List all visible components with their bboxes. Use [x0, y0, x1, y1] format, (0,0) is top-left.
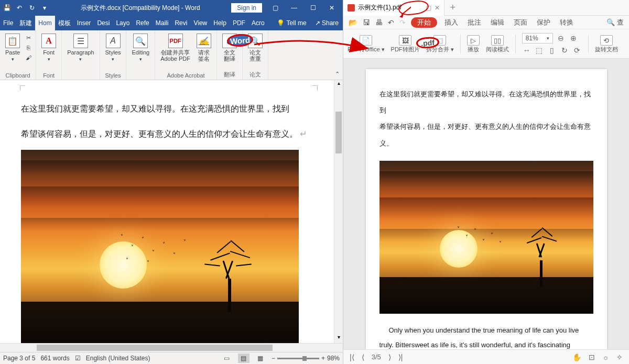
open-folder-icon[interactable]: 📂	[349, 18, 357, 27]
start-tab[interactable]: 开始	[411, 17, 437, 28]
zoom-select[interactable]: 81%▾	[522, 33, 553, 43]
annotate-tab[interactable]: 批注	[465, 18, 483, 27]
settings-icon[interactable]: ✧	[614, 353, 625, 361]
page-indicator[interactable]: Page 3 of 5	[3, 355, 35, 362]
collapse-ribbon-icon[interactable]: ⌃	[335, 71, 340, 78]
paragraph-icon: ☰	[73, 34, 88, 48]
tab-references[interactable]: Refe	[133, 16, 152, 30]
undo-icon[interactable]: ↶	[388, 18, 394, 27]
paragraph-button[interactable]: ☰ Paragraph ▾	[65, 32, 96, 63]
tab-restore-icon[interactable]: ▢	[426, 4, 431, 12]
pdf-document-area[interactable]: 在这里我们就更需要希望，却又难以寻得。在这充满恐惧的世界里，找到 希望谈何容易，…	[343, 59, 629, 349]
tab-layout[interactable]: Layo	[113, 16, 133, 30]
brightness-icon[interactable]: ☼	[600, 353, 611, 361]
paste-button[interactable]: 📋 Paste ▾	[3, 32, 22, 63]
scroll-down-icon[interactable]: ▾	[334, 334, 343, 343]
tab-new[interactable]: 新建	[16, 16, 35, 30]
pdf-file-tab[interactable]: 示例文件(1).pdf ▢ ✕	[343, 0, 444, 16]
insert-tab[interactable]: 插入	[442, 18, 460, 27]
rotate-doc-button[interactable]: ⟲ 旋转文档	[595, 35, 618, 52]
save-icon[interactable]: 💾	[2, 3, 12, 13]
copy-icon[interactable]: ⎘	[24, 43, 32, 52]
edit-tab[interactable]: 编辑	[489, 18, 506, 27]
zoom-out-icon[interactable]: ⊖	[556, 34, 566, 43]
minimize-icon[interactable]: —	[285, 1, 303, 15]
fit-icon[interactable]: ⊡	[587, 353, 597, 361]
close-icon[interactable]: ✕	[323, 1, 341, 15]
tab-design[interactable]: Desi	[94, 16, 113, 30]
pdf-to-office-button[interactable]: 📄 PDF转Office ▾	[348, 35, 385, 52]
tab-template[interactable]: 模板	[55, 16, 74, 30]
prev-page-icon[interactable]: ⟨	[360, 353, 366, 361]
hscroll-thumb[interactable]	[37, 345, 273, 351]
tab-mailings[interactable]: Maili	[153, 16, 172, 30]
fit-page-icon[interactable]: ⬚	[535, 46, 544, 55]
next-page-icon[interactable]: ⟩	[386, 353, 393, 361]
request-signature-button[interactable]: ✍ 请求 签名	[194, 32, 213, 63]
hand-tool-icon[interactable]: ✋	[570, 353, 583, 361]
web-layout-icon[interactable]: ▦	[255, 354, 266, 363]
read-mode-icon[interactable]: ▭	[221, 354, 233, 363]
spellcheck-icon[interactable]: ☑	[75, 355, 81, 362]
loop-icon[interactable]: ⟳	[572, 46, 582, 55]
create-share-pdf-button[interactable]: PDF 创建并共享 Adobe PDF	[158, 32, 192, 63]
signature-icon: ✍	[197, 34, 211, 48]
cut-icon[interactable]: ✂	[24, 34, 32, 42]
pdf-to-image-button[interactable]: 🖼 PDF转图片	[391, 35, 420, 52]
sunset-image: ˅˅˅˅˅˅	[379, 161, 593, 314]
reading-mode-button[interactable]: ▯▯ 阅读模式	[486, 35, 509, 52]
word-document-area: 在这里我们就更需要希望，却又难以寻得。在这充满恐惧的世界里，找到 希望谈何容易，…	[0, 80, 343, 343]
tab-acrobat[interactable]: Acro	[248, 16, 268, 30]
tab-insert[interactable]: Inser	[74, 16, 94, 30]
zoom-in-icon[interactable]: ⊕	[569, 34, 578, 43]
undo-icon[interactable]: ↶	[15, 3, 24, 13]
convert-tab[interactable]: 转换	[558, 18, 576, 27]
document-page[interactable]: 在这里我们就更需要希望，却又难以寻得。在这充满恐惧的世界里，找到 希望谈何容易，…	[10, 83, 332, 343]
last-page-icon[interactable]: ⟩|	[396, 353, 405, 361]
fit-width-icon[interactable]: ↔	[522, 46, 532, 55]
tab-close-icon[interactable]: ✕	[435, 4, 440, 12]
format-painter-icon[interactable]: 🖌	[24, 53, 32, 62]
ribbon-display-icon[interactable]: ▢	[266, 1, 284, 15]
first-page-icon[interactable]: |⟨	[348, 353, 356, 361]
redo-icon[interactable]: ↻	[27, 3, 37, 13]
zoom-level[interactable]: 98%	[327, 355, 340, 362]
page-indicator[interactable]: 3/5	[372, 353, 381, 361]
styles-button[interactable]: A Styles ▾	[103, 32, 123, 63]
tab-help[interactable]: Help	[210, 16, 230, 30]
tab-file[interactable]: File	[0, 16, 16, 30]
single-page-icon[interactable]: ▯	[547, 46, 557, 55]
continuous-icon[interactable]: ↻	[560, 46, 569, 55]
play-button[interactable]: ▷ 播放	[467, 35, 480, 52]
print-icon[interactable]: 🖶	[375, 18, 383, 27]
tab-review[interactable]: Revi	[171, 16, 190, 30]
page-tab[interactable]: 页面	[512, 18, 529, 27]
print-layout-icon[interactable]: ▤	[238, 354, 250, 363]
tab-pdf[interactable]: PDF	[230, 16, 248, 30]
editing-button[interactable]: 🔍 Editing ▾	[129, 32, 151, 63]
horizontal-scrollbar[interactable]	[0, 343, 343, 352]
zoom-slider[interactable]	[277, 358, 319, 359]
save-icon[interactable]: 🖫	[363, 18, 370, 27]
tell-me-button[interactable]: 💡Tell me	[273, 19, 311, 27]
word-count[interactable]: 661 words	[40, 355, 69, 362]
zoom-in-icon[interactable]: +	[321, 355, 325, 362]
protect-tab[interactable]: 保护	[535, 18, 552, 27]
paragraph-text: 希望谈何容易，但是，对更好、更有意义的人生的信仰才会让生命有意义。	[379, 118, 593, 151]
scroll-up-icon[interactable]: ▴	[334, 80, 343, 89]
maximize-icon[interactable]: ☐	[304, 1, 322, 15]
scroll-thumb[interactable]	[335, 112, 342, 153]
font-button[interactable]: A Font ▾	[39, 32, 58, 63]
new-tab-button[interactable]: +	[444, 2, 461, 13]
redo-icon[interactable]: ↷	[399, 18, 406, 27]
search-button[interactable]: 🔍 查	[606, 18, 624, 27]
qat-more-icon[interactable]: ▾	[40, 3, 49, 13]
sign-in-button[interactable]: Sign in	[231, 3, 262, 13]
group-acrobat: PDF 创建并共享 Adobe PDF ✍ 请求 签名 Adobe Acroba…	[155, 30, 217, 80]
language-indicator[interactable]: English (United States)	[86, 355, 150, 362]
tab-home[interactable]: Hom	[35, 16, 55, 30]
tab-view[interactable]: View	[190, 16, 210, 30]
zoom-out-icon[interactable]: −	[272, 355, 275, 362]
vertical-scrollbar[interactable]: ▴ ▾	[334, 80, 343, 343]
share-button[interactable]: ↗ Share	[311, 19, 343, 27]
